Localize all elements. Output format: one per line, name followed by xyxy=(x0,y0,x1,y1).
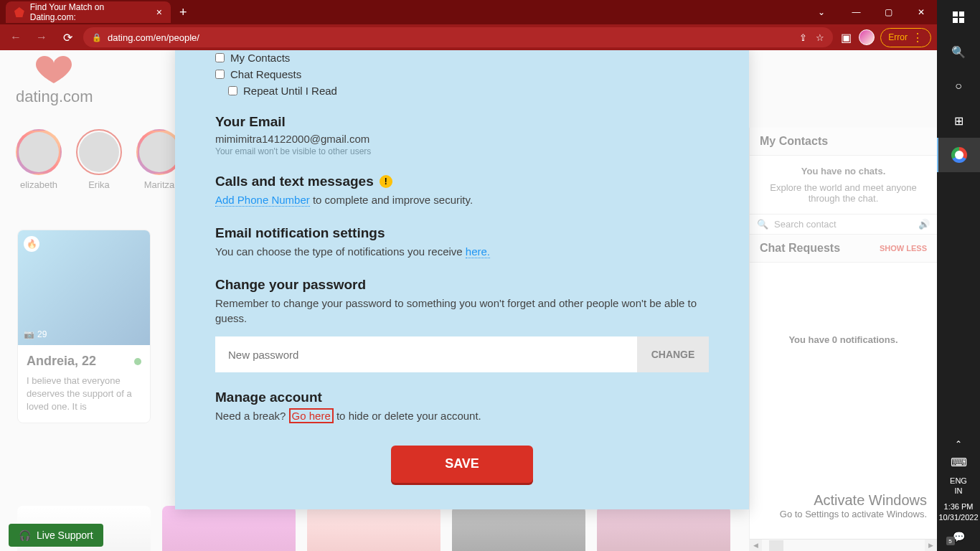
new-tab-button[interactable]: + xyxy=(179,5,187,20)
email-value: mimimitra14122000@gmail.com xyxy=(215,133,709,145)
kebab-menu-icon[interactable]: ⋮ xyxy=(912,31,923,44)
share-icon[interactable]: ⇪ xyxy=(799,32,807,43)
live-support-button[interactable]: 🎧 Live Support xyxy=(9,524,103,547)
change-password-heading: Change your password xyxy=(215,277,709,293)
your-email-heading: Your Email xyxy=(215,114,709,130)
calls-heading: Calls and text messages ! xyxy=(215,174,709,189)
search-button[interactable]: 🔍 xyxy=(937,34,980,69)
browser-tab[interactable]: Find Your Match on Dating.com: × xyxy=(6,1,171,23)
go-here-link[interactable]: Go here xyxy=(289,408,334,423)
add-phone-link[interactable]: Add Phone Number xyxy=(215,194,310,207)
svg-rect-3 xyxy=(959,18,964,23)
back-button[interactable]: ← xyxy=(6,27,26,47)
close-window-button[interactable]: ✕ xyxy=(905,0,937,24)
save-button[interactable]: SAVE xyxy=(391,446,533,483)
keyboard-icon[interactable]: ⌨ xyxy=(937,453,980,473)
action-center-icon[interactable]: 💬 5 xyxy=(953,525,965,548)
warning-icon: ! xyxy=(380,175,392,188)
heart-favicon xyxy=(14,7,24,17)
tab-title: Find Your Match on Dating.com: xyxy=(30,2,151,22)
settings-modal: My Contacts Chat Requests Repeat Until I… xyxy=(175,50,749,509)
language-indicator[interactable]: ENG IN xyxy=(950,473,967,499)
here-link[interactable]: here. xyxy=(466,245,490,258)
tab-search-icon[interactable]: ⌄ xyxy=(805,0,837,24)
minimize-button[interactable]: — xyxy=(840,0,872,24)
manage-account-heading: Manage account xyxy=(215,390,709,405)
tab-bar: Find Your Match on Dating.com: × + ⌄ — ▢… xyxy=(0,0,937,24)
chrome-taskbar-icon[interactable] xyxy=(937,138,980,172)
start-button[interactable] xyxy=(937,0,980,34)
error-badge[interactable]: Error ⋮ xyxy=(880,28,931,47)
url-text: dating.com/en/people/ xyxy=(108,32,793,43)
repeat-until-read-checkbox[interactable]: Repeat Until I Read xyxy=(228,85,709,97)
windows-taskbar: 🔍 ○ ⊞ ⌃ ⌨ ENG IN 1:36 PM 10/31/2022 💬 5 xyxy=(937,0,980,551)
change-password-button[interactable]: CHANGE xyxy=(637,336,709,372)
address-bar: ← → ⟳ 🔒 dating.com/en/people/ ⇪ ☆ ▣ Erro… xyxy=(0,24,937,50)
task-view-button[interactable]: ⊞ xyxy=(937,103,980,138)
bookmark-star-icon[interactable]: ☆ xyxy=(816,32,824,43)
tray-expand-icon[interactable]: ⌃ xyxy=(937,435,980,453)
maximize-button[interactable]: ▢ xyxy=(872,0,905,24)
svg-rect-0 xyxy=(953,11,958,17)
password-hint: Remember to change your password to some… xyxy=(215,296,709,327)
extensions-icon[interactable]: ▣ xyxy=(839,30,853,44)
new-password-input[interactable] xyxy=(215,336,637,372)
cortana-button[interactable]: ○ xyxy=(937,69,980,103)
forward-button[interactable]: → xyxy=(32,27,52,47)
profile-avatar[interactable] xyxy=(859,29,875,45)
headset-icon: 🎧 xyxy=(19,529,31,541)
lock-icon: 🔒 xyxy=(92,33,102,42)
clock[interactable]: 1:36 PM 10/31/2022 xyxy=(938,499,978,525)
email-notif-heading: Email notification settings xyxy=(215,225,709,241)
email-hint: Your email won't be visible to other use… xyxy=(215,146,709,156)
svg-rect-2 xyxy=(953,18,958,23)
close-tab-icon[interactable]: × xyxy=(156,6,162,18)
my-contacts-checkbox[interactable]: My Contacts xyxy=(215,52,709,64)
chat-requests-checkbox[interactable]: Chat Requests xyxy=(215,68,709,80)
url-box[interactable]: 🔒 dating.com/en/people/ ⇪ ☆ xyxy=(83,27,833,47)
svg-rect-1 xyxy=(959,11,964,17)
reload-button[interactable]: ⟳ xyxy=(57,27,77,47)
